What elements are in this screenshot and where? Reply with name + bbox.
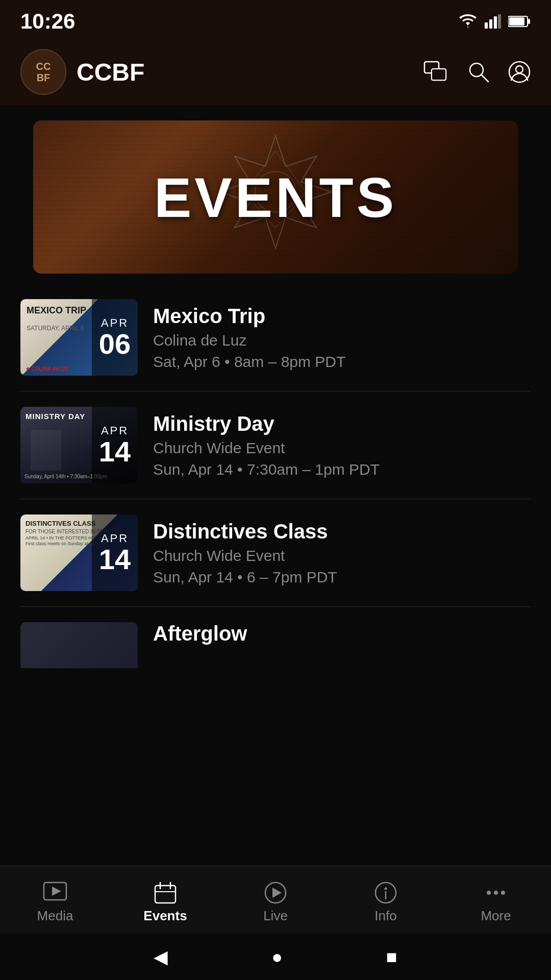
media-icon (43, 881, 67, 904)
event-name: Ministry Day (153, 412, 531, 435)
svg-point-26 (487, 891, 491, 895)
events-list: MEXICO TRIP SATURDAY, APRIL 6 ★ COLINA d… (0, 279, 551, 683)
svg-point-13 (516, 66, 523, 73)
nav-item-live[interactable]: Live (220, 876, 331, 929)
android-nav: ◀ ● ■ (0, 934, 551, 980)
hero-banner: EVENTS (33, 120, 518, 274)
thumb-date: APR 06 (92, 299, 138, 376)
event-name: Distinctives Class (153, 520, 531, 543)
event-name: Afterglow (153, 622, 531, 645)
event-subtitle: Colina de Luz (153, 332, 531, 349)
svg-rect-2 (494, 16, 497, 29)
event-item[interactable]: MINISTRY DAY Sunday, April 14th • 7:30am… (20, 391, 531, 499)
profile-icon[interactable] (508, 61, 531, 83)
event-item-partial[interactable]: Afterglow (20, 607, 531, 668)
svg-rect-3 (498, 14, 501, 29)
thumb-sub: SATURDAY, APRIL 6 (27, 325, 84, 332)
svg-rect-17 (155, 886, 176, 903)
app-logo[interactable]: CCBF (20, 49, 66, 95)
nav-item-media[interactable]: Media (0, 876, 110, 929)
svg-point-28 (501, 891, 505, 895)
thumb-date: APR 14 (92, 407, 138, 483)
nav-item-events[interactable]: Events (110, 876, 220, 929)
event-item[interactable]: MEXICO TRIP SATURDAY, APRIL 6 ★ COLINA d… (20, 294, 531, 391)
battery-icon (508, 15, 531, 28)
more-icon (484, 881, 508, 904)
event-thumbnail (20, 622, 138, 668)
nav-label-live: Live (263, 908, 288, 924)
event-info: Mexico Trip Colina de Luz Sat, Apr 6 • 8… (153, 305, 531, 371)
svg-rect-6 (528, 19, 530, 24)
svg-point-24 (385, 888, 387, 890)
svg-rect-1 (489, 19, 492, 29)
home-button[interactable]: ● (271, 946, 283, 968)
bottom-spacer (0, 683, 551, 801)
svg-rect-9 (432, 69, 445, 80)
svg-point-27 (494, 891, 498, 895)
info-icon (374, 881, 397, 904)
nav-label-info: Info (374, 908, 396, 924)
header-left: CCBF CCBF (20, 49, 144, 95)
event-info: Ministry Day Church Wide Event Sun, Apr … (153, 412, 531, 478)
event-item[interactable]: DISTINCTIVES CLASS FOR THOSE INTERESTED … (20, 499, 531, 607)
event-thumbnail: MINISTRY DAY Sunday, April 14th • 7:30am… (20, 407, 138, 483)
event-subtitle: Church Wide Event (153, 439, 531, 457)
nav-item-info[interactable]: Info (331, 876, 441, 929)
bottom-nav: Media Events Live Info M (0, 866, 551, 934)
thumb-date: APR 14 (92, 514, 138, 591)
thumb-label: MINISTRY DAY (26, 412, 85, 421)
nav-label-media: Media (37, 908, 73, 924)
chat-icon[interactable] (423, 61, 449, 83)
event-thumbnail: DISTINCTIVES CLASS FOR THOSE INTERESTED … (20, 514, 138, 591)
event-subtitle: Church Wide Event (153, 547, 531, 565)
svg-marker-22 (272, 888, 282, 898)
event-info: Afterglow (153, 622, 531, 649)
thumb-label: MEXICO TRIP (27, 305, 86, 316)
search-icon[interactable] (467, 61, 490, 83)
app-title: CCBF (77, 58, 144, 86)
svg-rect-0 (485, 22, 488, 29)
event-datetime: Sat, Apr 6 • 8am – 8pm PDT (153, 353, 531, 371)
nav-label-more: More (481, 908, 511, 924)
back-button[interactable]: ◀ (154, 946, 168, 968)
thumb-logo: ★ COLINA deLUZ (26, 366, 68, 372)
event-datetime: Sun, Apr 14 • 7:30am – 1pm PDT (153, 461, 531, 478)
header-right (423, 61, 531, 83)
nav-label-events: Events (143, 908, 187, 924)
recent-button[interactable]: ■ (386, 946, 397, 968)
event-thumbnail: MEXICO TRIP SATURDAY, APRIL 6 ★ COLINA d… (20, 299, 138, 376)
event-datetime: Sun, Apr 14 • 6 – 7pm PDT (153, 569, 531, 586)
svg-marker-16 (52, 887, 61, 896)
svg-line-11 (481, 75, 488, 82)
signal-icon (485, 14, 501, 29)
hero-title: EVENTS (154, 165, 397, 230)
wifi-icon (458, 14, 478, 29)
app-header: CCBF CCBF (0, 39, 551, 105)
events-icon (153, 881, 178, 904)
live-icon (264, 881, 287, 904)
svg-rect-5 (509, 17, 524, 26)
nav-item-more[interactable]: More (441, 876, 551, 929)
svg-point-12 (509, 62, 530, 82)
event-info: Distinctives Class Church Wide Event Sun… (153, 520, 531, 586)
event-name: Mexico Trip (153, 305, 531, 328)
status-time: 10:26 (20, 9, 75, 34)
status-icons (458, 14, 531, 29)
status-bar: 10:26 (0, 0, 551, 39)
